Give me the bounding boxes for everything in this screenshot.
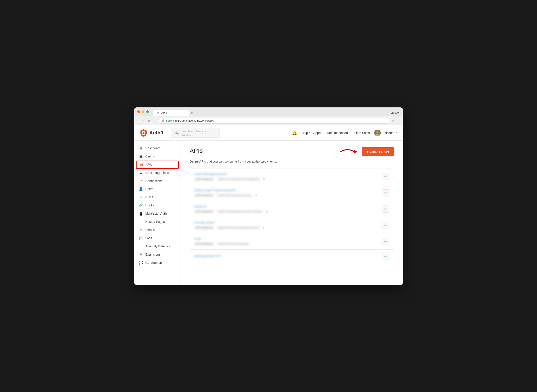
home-button[interactable]: ⌂ — [153, 118, 156, 123]
logs-icon: 📋 — [139, 236, 143, 240]
api-item-info: local API Audience https://localhost.exa… — [194, 237, 378, 246]
extensions-icon: ⊞ — [139, 252, 143, 257]
api-item-name: backend — [194, 205, 378, 208]
api-edit-button[interactable]: ✏ — [382, 222, 389, 229]
talk-to-sales-link[interactable]: Talk to Sales — [352, 131, 370, 135]
logo-icon — [140, 129, 148, 137]
copy-icon[interactable]: ⎘ — [255, 194, 257, 197]
sidebar-item-hosted-pages[interactable]: ⊡ Hosted Pages — [134, 218, 181, 226]
user-menu[interactable]: unicoder ▾ — [374, 130, 397, 136]
sidebar-item-extensions[interactable]: ⊞ Extensions — [134, 251, 181, 259]
arrow-annotation — [340, 147, 360, 157]
api-item: Banking Realm API ✏ — [190, 250, 394, 264]
sidebar-item-emails[interactable]: ✉ Emails — [134, 226, 181, 234]
page-title: APIs — [190, 147, 203, 154]
api-meta-label: API Audience — [194, 242, 214, 246]
api-meta-url: https://api.example.com/v1 — [216, 193, 252, 197]
sidebar-item-logs[interactable]: 📋 Logs — [134, 234, 181, 242]
traffic-light-red[interactable] — [137, 110, 140, 113]
sidebar-item-hooks[interactable]: 🔗 Hooks — [134, 201, 181, 210]
tab-title: APIs — [161, 112, 167, 115]
api-item: Auth0 Management API API Audience https:… — [190, 169, 394, 185]
create-api-button[interactable]: + CREATE API — [362, 147, 394, 156]
app-header: Auth0 🔍 Search for clients or features 🔔… — [134, 125, 403, 141]
api-item-name: Friendly broker — [194, 221, 378, 224]
sidebar-item-rules[interactable]: ⇌ Rules — [134, 193, 181, 201]
api-meta-url: https://broker.api.example.com/v1 — [216, 226, 261, 230]
search-bar[interactable]: 🔍 Search for clients or features — [171, 128, 220, 138]
sidebar-item-anomaly[interactable]: ♡ Anomaly Detection — [134, 242, 181, 251]
svg-point-2 — [376, 131, 378, 133]
api-item: Friendly broker API Audience https://bro… — [190, 217, 394, 233]
sidebar-label-clients: Clients — [145, 154, 155, 158]
api-item-meta: API Audience https://example.auth0.com/a… — [194, 177, 378, 181]
hosted-pages-icon: ⊡ — [139, 220, 143, 224]
api-item-info: Auth0 Management API API Audience https:… — [194, 172, 378, 181]
api-item-info: Banking Realm API — [194, 254, 378, 259]
sidebar-label-apis: APIs — [146, 163, 152, 166]
documentation-link[interactable]: Documentation — [327, 131, 348, 135]
main-content: APIs + CREATE API Define API — [181, 141, 403, 285]
bookmark-button[interactable]: ☆ — [392, 119, 395, 122]
app-body: ◎ Dashboard ▣ Clients ⊞ APIs ☁ SSO Integ… — [134, 141, 403, 285]
active-tab[interactable]: 🛡 APIs ✕ — [153, 110, 189, 116]
sidebar-item-dashboard[interactable]: ◎ Dashboard — [134, 144, 181, 152]
api-item: local API Audience https://localhost.exa… — [190, 233, 394, 250]
new-tab-button[interactable]: + — [189, 110, 224, 116]
api-item-info: backend API Audience https://mybackend.e… — [194, 205, 378, 214]
secure-badge: Secure — [166, 119, 174, 122]
copy-icon[interactable]: ⎘ — [266, 210, 268, 213]
api-item-meta: API Audience https://broker.api.example.… — [194, 226, 378, 230]
sidebar-label-connections: Connections — [145, 179, 163, 183]
copy-icon[interactable]: ⎘ — [253, 242, 254, 245]
hooks-icon: 🔗 — [139, 203, 143, 208]
api-edit-button[interactable]: ✏ — [382, 173, 389, 180]
api-edit-button[interactable]: ✏ — [382, 205, 389, 213]
chevron-down-icon: ▾ — [396, 131, 397, 134]
sidebar-item-sso[interactable]: ☁ SSO Integrations — [134, 169, 181, 177]
dashboard-icon: ◎ — [139, 146, 143, 150]
get-support-icon: 💬 — [139, 261, 143, 265]
search-placeholder: Search for clients or features — [181, 130, 216, 136]
api-meta-url: https://mybackend.example.com/api — [216, 210, 263, 214]
api-item-meta: API Audience https://localhost.example ⎘ — [194, 242, 378, 246]
forward-button[interactable]: › — [142, 118, 145, 123]
sidebar-item-users[interactable]: 👤 Users — [134, 185, 181, 193]
copy-icon[interactable]: ⎘ — [263, 178, 265, 181]
sidebar-label-rules: Rules — [145, 195, 153, 199]
menu-button[interactable]: ⋮ — [397, 119, 400, 122]
tab-bar: 🛡 APIs ✕ + — [153, 110, 391, 116]
notification-bell[interactable]: 🔔 — [292, 131, 297, 135]
logo[interactable]: Auth0 — [140, 129, 163, 137]
traffic-light-green[interactable] — [146, 110, 149, 113]
api-edit-button[interactable]: ✏ — [382, 189, 389, 196]
api-meta-label: API Audience — [194, 177, 214, 181]
url-bar[interactable]: 🔒 Secure https://manage.auth0.com/#/apis — [158, 118, 390, 124]
sidebar-item-clients[interactable]: ▣ Clients — [134, 152, 181, 161]
sidebar-label-hooks: Hooks — [145, 204, 154, 207]
url-text: https://manage.auth0.com/#/apis — [175, 119, 214, 122]
connections-icon: ⑂ — [139, 179, 143, 183]
help-support-link[interactable]: Help & Support — [302, 131, 322, 135]
tab-close-button[interactable]: ✕ — [183, 112, 185, 114]
traffic-light-yellow[interactable] — [142, 110, 145, 113]
page-description: Define APIs that you can consume from yo… — [190, 160, 394, 163]
sidebar-label-logs: Logs — [145, 236, 152, 240]
sidebar-item-connections[interactable]: ⑂ Connections — [134, 177, 181, 185]
back-button[interactable]: ‹ — [137, 118, 140, 123]
api-meta-url: https://localhost.example — [216, 242, 250, 246]
copy-icon[interactable]: ⎘ — [263, 226, 265, 229]
sidebar-label-hosted-pages: Hosted Pages — [145, 220, 165, 224]
create-api-area: + CREATE API — [362, 147, 394, 156]
sidebar-item-multifactor[interactable]: 📱 Multifactor Auth — [134, 210, 181, 218]
svg-marker-4 — [354, 150, 357, 153]
sidebar-label-emails: Emails — [145, 228, 155, 232]
sidebar-item-apis[interactable]: ⊞ APIs — [136, 161, 179, 169]
reload-button[interactable]: ↻ — [146, 118, 151, 123]
api-edit-button[interactable]: ✏ — [382, 253, 389, 260]
header-nav: 🔔 Help & Support Documentation Talk to S… — [292, 130, 397, 136]
api-edit-button[interactable]: ✏ — [382, 238, 389, 245]
sidebar-label-dashboard: Dashboard — [145, 146, 161, 150]
sidebar-item-get-support[interactable]: 💬 Get Support — [134, 259, 181, 267]
sidebar: ◎ Dashboard ▣ Clients ⊞ APIs ☁ SSO Integ… — [134, 141, 181, 285]
